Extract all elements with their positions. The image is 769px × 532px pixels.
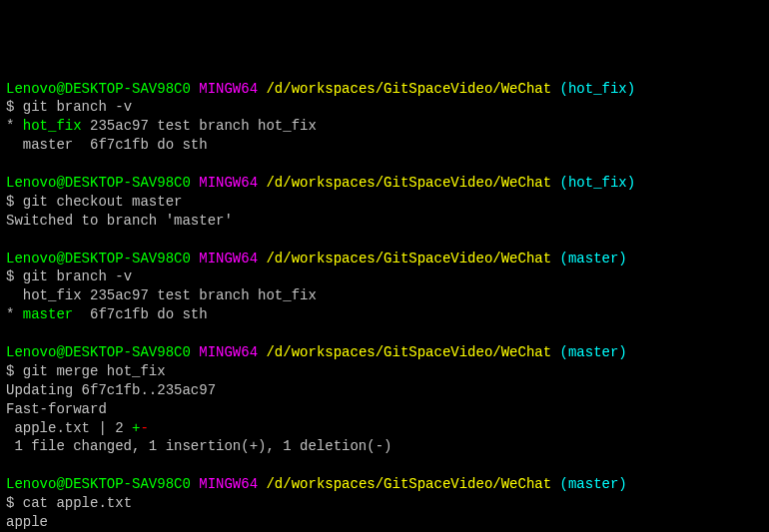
prompt-user-host: Lenovo@DESKTOP-SAV98C0 (6, 81, 191, 97)
command-line[interactable]: $ git branch -v (6, 98, 763, 117)
branch-row: master 6f7c1fb do sth (6, 136, 763, 155)
prompt-path: /d/workspaces/GitSpaceVideo/WeChat (266, 476, 551, 492)
dollar-sign: $ (6, 268, 23, 284)
command-text: git branch -v (23, 268, 132, 284)
prompt-line: Lenovo@DESKTOP-SAV98C0 MINGW64 /d/worksp… (6, 343, 763, 362)
output-line: Fast-forward (6, 400, 763, 419)
prompt-path: /d/workspaces/GitSpaceVideo/WeChat (266, 81, 551, 97)
branch-row: * master 6f7c1fb do sth (6, 305, 763, 324)
command-line[interactable]: $ git branch -v (6, 267, 763, 286)
prompt-branch: (hot_fix) (560, 175, 636, 191)
branch-row: * hot_fix 235ac97 test branch hot_fix (6, 117, 763, 136)
command-text: git checkout master (23, 194, 183, 210)
prompt-branch: (master) (560, 344, 627, 360)
prompt-env: MINGW64 (199, 175, 258, 191)
prompt-user-host: Lenovo@DESKTOP-SAV98C0 (6, 175, 191, 191)
command-text: cat apple.txt (23, 495, 132, 511)
branch-info: 235ac97 test branch hot_fix (82, 118, 317, 134)
branch-row: hot_fix 235ac97 test branch hot_fix (6, 286, 763, 305)
prompt-path: /d/workspaces/GitSpaceVideo/WeChat (266, 344, 551, 360)
prompt-env: MINGW64 (199, 251, 258, 266)
prompt-env: MINGW64 (199, 81, 258, 97)
output-line: Switched to branch 'master' (6, 212, 763, 231)
branch-info: 6f7c1fb do sth (82, 306, 208, 322)
blank-line (6, 324, 763, 343)
terminal-window[interactable]: Lenovo@DESKTOP-SAV98C0 MINGW64 /d/worksp… (6, 80, 763, 532)
prompt-path: /d/workspaces/GitSpaceVideo/WeChat (266, 175, 551, 191)
prompt-branch: (master) (560, 251, 627, 266)
output-line: apple (6, 513, 763, 532)
diff-minus-icon: - (140, 420, 148, 436)
prompt-line: Lenovo@DESKTOP-SAV98C0 MINGW64 /d/worksp… (6, 475, 763, 494)
prompt-line: Lenovo@DESKTOP-SAV98C0 MINGW64 /d/worksp… (6, 174, 763, 193)
prompt-user-host: Lenovo@DESKTOP-SAV98C0 (6, 344, 191, 360)
prompt-user-host: Lenovo@DESKTOP-SAV98C0 (6, 476, 191, 492)
command-line[interactable]: $ git merge hot_fix (6, 362, 763, 381)
output-line: Updating 6f7c1fb..235ac97 (6, 381, 763, 400)
prompt-path: /d/workspaces/GitSpaceVideo/WeChat (266, 251, 551, 266)
command-line[interactable]: $ git checkout master (6, 193, 763, 212)
dollar-sign: $ (6, 194, 23, 210)
prompt-env: MINGW64 (199, 476, 258, 492)
dollar-sign: $ (6, 99, 23, 115)
diff-stat-line: apple.txt | 2 +- (6, 419, 763, 438)
prompt-branch: (hot_fix) (560, 81, 636, 97)
prompt-env: MINGW64 (199, 344, 258, 360)
command-text: git branch -v (23, 99, 132, 115)
blank-line (6, 231, 763, 250)
blank-line (6, 155, 763, 174)
command-line[interactable]: $ cat apple.txt (6, 494, 763, 513)
output-line: 1 file changed, 1 insertion(+), 1 deleti… (6, 437, 763, 456)
command-text: git merge hot_fix (23, 363, 166, 379)
prompt-line: Lenovo@DESKTOP-SAV98C0 MINGW64 /d/worksp… (6, 250, 763, 268)
dollar-sign: $ (6, 495, 23, 511)
dollar-sign: $ (6, 363, 23, 379)
prompt-line: Lenovo@DESKTOP-SAV98C0 MINGW64 /d/worksp… (6, 80, 763, 99)
current-branch-name: master (23, 306, 82, 322)
current-branch-name: hot_fix (23, 118, 82, 134)
prompt-user-host: Lenovo@DESKTOP-SAV98C0 (6, 251, 191, 266)
blank-line (6, 456, 763, 475)
prompt-branch: (master) (560, 476, 627, 492)
